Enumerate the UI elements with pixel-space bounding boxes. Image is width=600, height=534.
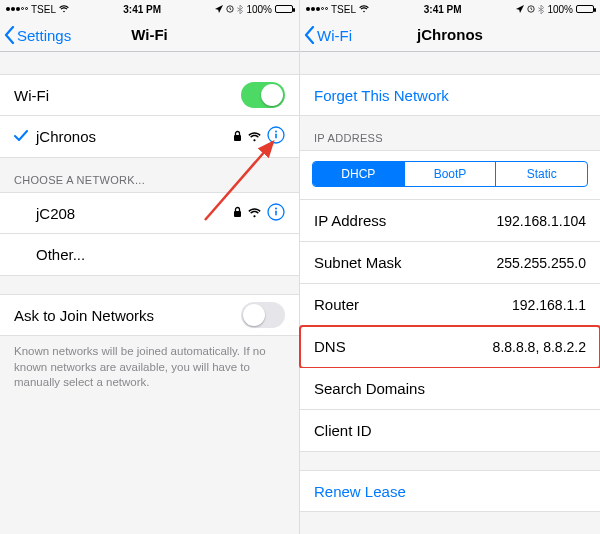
svg-rect-4 [275,134,277,139]
subnet-row: Subnet Mask 255.255.255.0 [300,242,600,284]
ask-toggle[interactable] [241,302,285,328]
page-title: jChronos [417,26,483,43]
subnet-value: 255.255.255.0 [496,255,586,271]
network-detail-pane: TSEL 3:41 PM 100% [300,0,600,534]
seg-bootp[interactable]: BootP [405,162,497,186]
lock-icon [233,129,242,145]
wifi-status-icon [59,5,69,13]
renew-label: Renew Lease [314,483,586,500]
nav-bar: Settings Wi-Fi [0,18,299,52]
status-bar: TSEL 3:41 PM 100% [300,0,600,18]
carrier-label: TSEL [331,4,356,15]
wifi-status-icon [359,5,369,13]
clock-label: 3:41 PM [424,4,462,15]
other-network-row[interactable]: Other... [0,234,299,276]
svg-point-3 [275,131,277,133]
clock-label: 3:41 PM [123,4,161,15]
network-name-label: jChronos [36,128,233,145]
svg-rect-8 [275,210,277,215]
location-icon [516,5,524,13]
info-icon[interactable] [267,203,285,224]
ip-mode-segmented[interactable]: DHCP BootP Static [312,161,588,187]
checkmark-icon [14,129,26,145]
back-label: Wi-Fi [317,27,352,44]
svg-rect-5 [234,211,241,217]
bluetooth-icon [237,5,243,14]
ip-address-row: IP Address 192.168.1.104 [300,200,600,242]
search-domains-row[interactable]: Search Domains [300,368,600,410]
signal-dots-icon [306,7,328,11]
status-bar: TSEL 3:41 PM 100% [0,0,299,18]
lock-icon [233,205,242,221]
seg-static[interactable]: Static [496,162,587,186]
renew-lease-row[interactable]: Renew Lease [300,470,600,512]
alarm-icon [226,5,234,13]
network-name-label: jC208 [36,205,233,222]
bluetooth-icon [538,5,544,14]
dns-label: DNS [314,338,493,355]
nav-bar: Wi-Fi jChronos [300,18,600,52]
wifi-icon [248,205,261,221]
other-label: Other... [36,246,285,263]
wifi-toggle-label: Wi-Fi [14,87,241,104]
battery-icon [275,5,293,13]
router-label: Router [314,296,512,313]
back-button[interactable]: Settings [4,18,71,52]
ask-to-join-row[interactable]: Ask to Join Networks [0,294,299,336]
signal-dots-icon [6,7,28,11]
location-icon [215,5,223,13]
alarm-icon [527,5,535,13]
client-id-row[interactable]: Client ID [300,410,600,452]
router-row: Router 192.168.1.1 [300,284,600,326]
wifi-icon [248,129,261,145]
battery-pct-label: 100% [547,4,573,15]
carrier-label: TSEL [31,4,56,15]
ask-label: Ask to Join Networks [14,307,241,324]
ip-address-header: IP ADDRESS [300,116,600,150]
forget-label: Forget This Network [314,87,586,104]
dns-row[interactable]: DNS 8.8.8.8, 8.8.2.2 [300,326,600,368]
search-domains-label: Search Domains [314,380,586,397]
back-label: Settings [17,27,71,44]
battery-pct-label: 100% [246,4,272,15]
wifi-settings-pane: TSEL 3:41 PM 100% [0,0,300,534]
svg-point-7 [275,207,277,209]
ip-label: IP Address [314,212,496,229]
ask-footer-note: Known networks will be joined automatica… [0,336,299,405]
forget-network-row[interactable]: Forget This Network [300,74,600,116]
info-icon[interactable] [267,126,285,147]
dns-value: 8.8.8.8, 8.8.2.2 [493,339,586,355]
network-row[interactable]: jC208 [0,192,299,234]
wifi-toggle-row[interactable]: Wi-Fi [0,74,299,116]
client-id-label: Client ID [314,422,586,439]
wifi-toggle[interactable] [241,82,285,108]
connected-network-row[interactable]: jChronos [0,116,299,158]
svg-rect-1 [234,135,241,141]
choose-network-header: CHOOSE A NETWORK... [0,158,299,192]
subnet-label: Subnet Mask [314,254,496,271]
seg-dhcp[interactable]: DHCP [313,162,405,186]
back-button[interactable]: Wi-Fi [304,18,352,52]
battery-icon [576,5,594,13]
ip-value: 192.168.1.104 [496,213,586,229]
router-value: 192.168.1.1 [512,297,586,313]
page-title: Wi-Fi [131,26,168,43]
